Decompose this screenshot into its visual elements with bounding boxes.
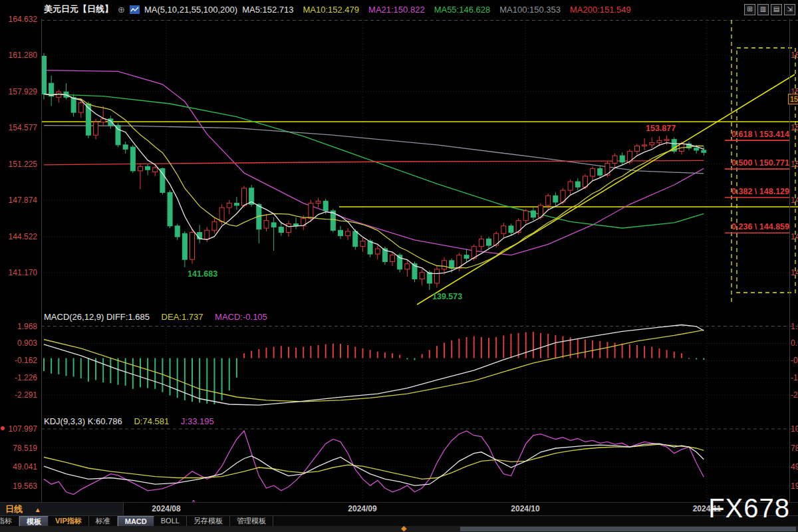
candle-body bbox=[390, 255, 395, 262]
candle-body bbox=[598, 169, 602, 176]
candle-body bbox=[286, 224, 291, 233]
candle-body bbox=[130, 147, 135, 171]
bottom-tab-bar: 指标模板VIP指标标准MACDBOLL另存模板管理模板 bbox=[0, 515, 798, 527]
candle-body bbox=[509, 226, 513, 233]
candle-body bbox=[353, 231, 358, 247]
tab-vip-indicator[interactable]: VIP指标 bbox=[49, 516, 89, 527]
kdj-axis-label: 78.519 bbox=[3, 444, 37, 453]
scrollbar-track[interactable]: ◆ bbox=[0, 526, 798, 532]
fib-level-label: 0.618 \ 153.414 bbox=[725, 130, 789, 139]
ma55-value: MA55:146.628 bbox=[434, 5, 491, 15]
kdj-right-axis-label: 107.997 bbox=[791, 424, 798, 434]
candle-body bbox=[657, 140, 662, 142]
candle-body bbox=[242, 188, 247, 205]
x-axis-month-label: 2024/10 bbox=[502, 504, 549, 513]
candle-body bbox=[138, 166, 142, 171]
macd-axis-label: 1.968 bbox=[3, 322, 37, 331]
candle-body bbox=[190, 233, 195, 260]
candle-body bbox=[694, 148, 699, 150]
main-candlestick-pane[interactable] bbox=[0, 20, 798, 306]
tab-boll[interactable]: BOLL bbox=[154, 516, 187, 527]
fib-level-label: 0.500 \ 150.771 bbox=[725, 158, 789, 168]
candle-body bbox=[531, 211, 535, 217]
candle-body bbox=[464, 255, 469, 259]
candle-body bbox=[612, 156, 617, 163]
ma10-value: MA10:152.479 bbox=[303, 5, 359, 15]
scrollbar-marker-icon[interactable]: ◆ bbox=[401, 524, 406, 532]
candle-body bbox=[523, 211, 528, 221]
candle-body bbox=[42, 57, 47, 94]
scrollbar-handle[interactable] bbox=[460, 527, 796, 531]
candlestick-chart-icon bbox=[130, 5, 140, 14]
candle-body bbox=[160, 169, 165, 193]
candle-body bbox=[479, 239, 483, 246]
export-window-icon[interactable]: ⇲ bbox=[784, 4, 795, 15]
grid-layout-icon[interactable]: ⊞ bbox=[744, 4, 755, 15]
kdj-axis-label: 19.563 bbox=[3, 481, 37, 491]
candle-body bbox=[650, 143, 654, 145]
tab-manage-template[interactable]: 管理模板 bbox=[230, 516, 273, 527]
header-toolbar: ⊞▥▤⇲ bbox=[744, 4, 795, 15]
ma100-value: MA100:150.353 bbox=[499, 5, 561, 15]
candle-body bbox=[546, 196, 551, 205]
chart-panel-icon[interactable]: ▤ bbox=[771, 4, 782, 15]
kdj-right-axis-label: 19.563 bbox=[791, 481, 798, 491]
candle-body bbox=[568, 182, 573, 190]
y-axis-label: 157.929 bbox=[3, 87, 37, 96]
candle-body bbox=[219, 207, 224, 221]
candle-body bbox=[116, 126, 120, 145]
candle-body bbox=[516, 221, 521, 233]
kdj-right-axis-label: 49.041 bbox=[791, 462, 798, 471]
right-axis-label: 15 bbox=[791, 160, 798, 169]
tab-saveas-template[interactable]: 另存模板 bbox=[187, 516, 230, 527]
left-axis-line bbox=[41, 19, 42, 502]
price-annotation: 139.573 bbox=[432, 292, 462, 301]
candle-body bbox=[94, 122, 98, 136]
ma10-line bbox=[44, 94, 704, 268]
tab-macd[interactable]: MACD bbox=[118, 516, 154, 527]
j-line bbox=[44, 431, 704, 495]
right-axis-label: 14 bbox=[791, 232, 798, 241]
candle-body bbox=[175, 226, 180, 237]
d-line bbox=[44, 444, 704, 479]
tab-indicator[interactable]: 指标 bbox=[0, 516, 19, 527]
candle-body bbox=[501, 226, 506, 233]
y-axis-label: 144.522 bbox=[3, 232, 37, 241]
candle-body bbox=[168, 192, 172, 225]
trading-chart-window: 美元日元【日线】 ⊕ MA(5,10,21,55,100,200) MA5:15… bbox=[0, 0, 798, 532]
candle-body bbox=[123, 145, 128, 150]
indicator-window-icon[interactable]: ▥ bbox=[757, 4, 769, 15]
kdj-j-value: J:33.195 bbox=[181, 416, 214, 426]
period-label: 日线 bbox=[5, 504, 23, 514]
candle-body bbox=[635, 146, 640, 151]
ma-group-label: MA(5,10,21,55,100,200) bbox=[144, 5, 237, 15]
candle-body bbox=[620, 156, 624, 162]
kdj-axis-label: 107.997 bbox=[3, 424, 37, 434]
candle-body bbox=[212, 221, 217, 230]
candle-body bbox=[583, 176, 587, 187]
candle-body bbox=[234, 203, 239, 205]
expand-circle-icon[interactable]: ⊕ bbox=[118, 5, 125, 15]
period-selector[interactable]: 日线 ▲ bbox=[0, 503, 124, 516]
candle-body bbox=[316, 201, 321, 203]
right-axis-label: 16 bbox=[791, 51, 798, 60]
candle-body bbox=[323, 201, 328, 211]
macd-axis-label: -1.226 bbox=[3, 373, 37, 382]
candle-body bbox=[575, 182, 580, 187]
tab-standard[interactable]: 标准 bbox=[89, 516, 118, 527]
kdj-d-value: D:74.581 bbox=[134, 416, 169, 426]
candle-body bbox=[642, 145, 647, 146]
candle-body bbox=[553, 196, 558, 202]
candle-body bbox=[271, 223, 276, 227]
tab-template[interactable]: 模板 bbox=[19, 516, 49, 527]
kdj-right-axis-label: 78.519 bbox=[791, 444, 798, 453]
right-axis-label: 14 bbox=[791, 196, 798, 205]
candle-body bbox=[86, 104, 90, 135]
k-line bbox=[44, 444, 704, 485]
y-axis-label: 147.874 bbox=[3, 196, 37, 205]
x-axis-month-label: 2024/08 bbox=[143, 504, 190, 513]
dea-line bbox=[44, 330, 704, 402]
fib-level-label: 0.382 \ 148.129 bbox=[725, 187, 789, 196]
candle-body bbox=[591, 169, 595, 176]
ma21-line bbox=[44, 70, 704, 255]
